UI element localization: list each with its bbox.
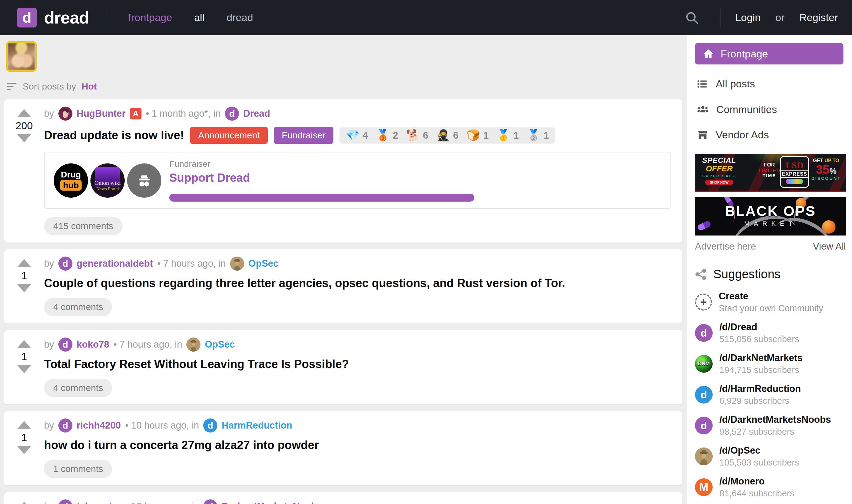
by-label: by	[44, 420, 54, 431]
comments-pill[interactable]: 415 comments	[44, 217, 123, 235]
post-title[interactable]: how do i turn a concerta 27mg alza27 int…	[44, 439, 319, 452]
award-silver-medal-icon: 🥈1	[527, 130, 549, 141]
sidebar-item-vendor-ads[interactable]: Vendor Ads	[695, 129, 846, 141]
suggestion-harmreduction[interactable]: d /d/HarmReduction 6,929 subscribers	[695, 383, 846, 406]
post-title[interactable]: Total Factory Reset Without Leaving Trac…	[44, 358, 349, 371]
author-avatar[interactable]: d	[58, 256, 72, 271]
login-link[interactable]: Login	[735, 12, 761, 23]
community-link[interactable]: OpSec	[205, 339, 235, 350]
nav-link-all[interactable]: all	[194, 12, 205, 23]
sidebar-item-all-posts[interactable]: All posts	[695, 78, 846, 90]
sidebar-item-communities[interactable]: Communities	[695, 103, 846, 115]
tag-announcement[interactable]: Announcement	[190, 127, 268, 144]
author-avatar[interactable]: d	[58, 418, 72, 433]
upvote-button[interactable]	[17, 502, 31, 504]
register-link[interactable]: Register	[799, 12, 838, 23]
nav-links: frontpage all dread	[128, 12, 253, 23]
tag-fundraiser[interactable]: Fundraiser	[274, 127, 333, 144]
post-time: • 7 hours ago, in	[157, 258, 226, 269]
create-title: Create	[719, 291, 823, 302]
community-link[interactable]: DarknetMarketsNoobs	[221, 501, 322, 504]
community-link[interactable]: Dread	[243, 108, 270, 119]
post-title[interactable]: Dread update is now live!	[44, 129, 184, 142]
community-link[interactable]: HarmReduction	[221, 420, 292, 431]
suggestion-opsec[interactable]: /d/OpSec 105,503 subscribers	[695, 445, 846, 468]
community-avatar[interactable]: d	[203, 500, 217, 504]
ad1-express-label: EXPRESS	[781, 170, 809, 178]
upvote-button[interactable]	[17, 109, 31, 117]
post-title[interactable]: Couple of questions regarding three lett…	[44, 277, 565, 290]
onion-logo-line1: Onion wiki	[94, 180, 121, 186]
sort-value-dropdown[interactable]: Hot	[82, 81, 97, 92]
author-link[interactable]: koko78	[77, 339, 109, 350]
community-avatar-letter: d	[208, 420, 213, 431]
suggestion-darknetmarketsnoobs[interactable]: d /d/DarknetMarketsNoobs 98,527 subscrib…	[695, 414, 846, 437]
create-subtitle: Start your own Community	[719, 303, 823, 313]
community-link[interactable]: OpSec	[248, 258, 279, 269]
by-label: by	[44, 501, 54, 504]
upvote-button[interactable]	[17, 259, 31, 267]
suggestions-title: Suggestions	[713, 267, 781, 281]
post-body: by d generationaldebt • 7 hours ago, in	[44, 256, 682, 316]
ad-banner-lsd-express[interactable]: SPECIAL OFFER SUPER SALE SHOP NOW FOR LI…	[695, 154, 846, 192]
nav-link-frontpage[interactable]: frontpage	[128, 12, 172, 23]
brand-home-link[interactable]: d dread	[17, 7, 89, 28]
ad2-title: BLACK OPS	[695, 203, 846, 219]
post-meta: by d telecaster • 10 hours ago, in d Dar…	[44, 500, 671, 504]
opsec-avatar-icon	[187, 338, 200, 352]
community-avatar[interactable]: d	[203, 418, 217, 433]
post-body: by HugBunter A • 1 month ago*, in d	[44, 107, 682, 235]
author-avatar[interactable]	[58, 107, 72, 121]
advertise-here-link[interactable]: Advertise here	[695, 241, 756, 252]
create-community-item[interactable]: + Create Start your own Community	[695, 291, 846, 313]
suggestion-dread[interactable]: d /d/Dread 515,056 subscribers	[695, 322, 846, 344]
ad-banner-black-ops-market[interactable]: BLACK OPS MARKET	[695, 197, 846, 235]
downvote-button[interactable]	[17, 365, 31, 373]
nav-divider	[108, 8, 108, 28]
vote-column: 1	[4, 418, 44, 478]
community-avatar[interactable]: d	[225, 107, 239, 121]
downvote-button[interactable]	[17, 284, 31, 292]
sort-row: Sort posts by Hot	[7, 81, 687, 92]
view-all-link[interactable]: View All	[813, 241, 846, 252]
comments-pill[interactable]: 4 comments	[44, 298, 112, 316]
storefront-icon	[697, 129, 708, 141]
community-subscribers: 515,056 subscribers	[720, 334, 799, 344]
author-link[interactable]: richh4200	[77, 420, 121, 431]
suggestion-monero[interactable]: M /d/Monero 81,644 subscribers	[695, 476, 846, 499]
author-link[interactable]: generationaldebt	[77, 258, 153, 269]
author-link[interactable]: HugBunter	[77, 108, 126, 119]
community-avatar[interactable]	[230, 256, 244, 271]
author-avatar-letter: d	[63, 258, 68, 269]
ad-thumbnail[interactable]	[6, 41, 37, 72]
suggestion-darknetmarkets[interactable]: DNM /d/DarkNetMarkets 194,715 subscriber…	[695, 353, 846, 375]
upvote-button[interactable]	[17, 340, 31, 348]
fundraiser-title-link[interactable]: Support Dread	[169, 172, 661, 184]
fundraiser-card[interactable]: Drug hub Onion wiki News Portal	[44, 152, 671, 209]
drughub-logo[interactable]: Drug hub	[54, 163, 88, 198]
onion-wiki-logo[interactable]: Onion wiki News Portal	[90, 163, 125, 198]
nav-link-dread[interactable]: dread	[227, 12, 253, 23]
author-link[interactable]: telecaster	[77, 501, 121, 504]
community-avatar[interactable]	[187, 338, 200, 352]
comments-pill[interactable]: 4 comments	[44, 379, 112, 397]
downvote-button[interactable]	[17, 446, 31, 454]
author-avatar[interactable]: d	[58, 338, 72, 352]
upvote-button[interactable]	[17, 421, 31, 429]
comments-pill[interactable]: 1 comments	[44, 460, 112, 478]
downvote-button[interactable]	[17, 134, 31, 142]
ad1-shop-now-button[interactable]: SHOP NOW	[705, 180, 733, 185]
ad1-colorful-graphic	[786, 179, 803, 184]
ad1-percent-sign: %	[829, 166, 836, 176]
ad1-limited-block: FOR LIMITED TIME	[759, 162, 780, 178]
search-icon[interactable]	[685, 11, 699, 25]
award-bronze-medal-icon: 🥉2	[376, 130, 398, 141]
logo-letter: d	[22, 9, 31, 26]
incognito-logo[interactable]	[127, 163, 161, 198]
author-avatar[interactable]: d	[58, 500, 72, 504]
sidebar-item-frontpage[interactable]: Frontpage	[695, 43, 844, 65]
sidebar-item-label: Vendor Ads	[716, 129, 769, 141]
sort-icon	[7, 81, 17, 92]
ad2-text: BLACK OPS MARKET	[695, 203, 846, 227]
community-name: /d/OpSec	[720, 445, 799, 456]
